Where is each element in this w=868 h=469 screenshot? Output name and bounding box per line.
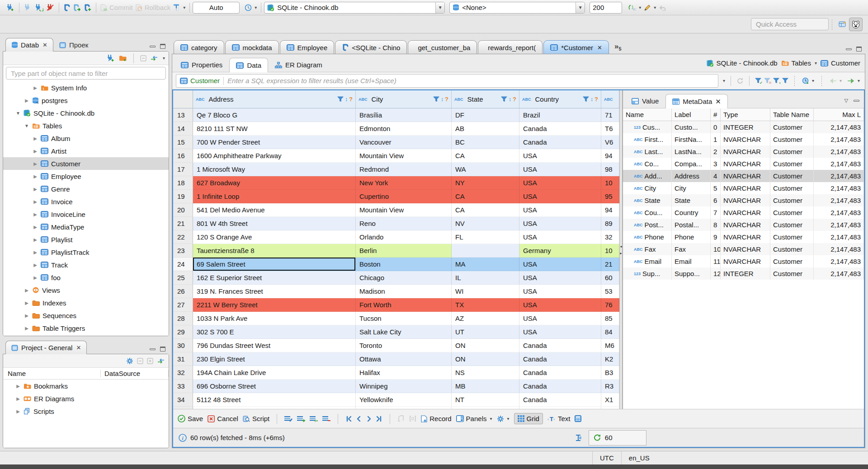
grid-cell[interactable]: NY <box>452 176 519 190</box>
grid-cell[interactable]: 796 Dundas Street West <box>193 339 356 352</box>
minimize-icon[interactable] <box>846 48 852 50</box>
last-page-button[interactable] <box>377 416 382 422</box>
grid-cell[interactable]: MA <box>452 258 519 271</box>
tree-item-foo[interactable]: ▶foo <box>3 271 169 284</box>
grid-cell[interactable]: AB <box>452 122 519 136</box>
sort-icon[interactable]: ↕ <box>509 96 511 103</box>
metadata-row-lastna-[interactable]: ABCLast...LastNa...2NVARCHARCustomer2,14… <box>623 145 864 158</box>
grid-cell[interactable]: Ottawa <box>356 352 452 366</box>
panels-button[interactable]: Panels ▾ <box>456 415 492 422</box>
open-sql-console-button[interactable] <box>71 3 82 12</box>
grid-cell[interactable]: 1600 Amphitheatre Parkway <box>193 149 356 163</box>
context-connection[interactable]: SQLite - Chinook.db <box>707 59 778 67</box>
save-filter-button[interactable]: ▪ <box>773 78 779 84</box>
grid-cell[interactable]: Reno <box>356 217 452 230</box>
grid-cell[interactable]: NV <box>452 217 519 230</box>
row-number[interactable]: 25 <box>173 271 193 285</box>
connection-dropdown-button[interactable]: ▼ <box>435 2 444 13</box>
expand-arrow-icon[interactable]: ▶ <box>33 174 38 179</box>
grid-cell[interactable]: USA <box>519 163 601 176</box>
grid-cell[interactable]: 98 <box>601 163 619 176</box>
grid-cell[interactable]: V6 <box>601 136 619 149</box>
grid-cell[interactable]: BC <box>452 136 519 149</box>
filter-funnel-icon[interactable] <box>337 96 344 102</box>
text-mode-button[interactable]: ‹T› Text <box>547 415 571 422</box>
grid-cell[interactable]: USA <box>519 176 601 190</box>
nav-back-button[interactable]: ▾ <box>828 77 843 84</box>
grid-cell[interactable]: Canada <box>519 136 601 149</box>
row-number[interactable]: 30 <box>173 339 193 352</box>
grid-cell[interactable] <box>452 244 519 258</box>
tree-item-sqlite-chinook-db[interactable]: ▼SQLite - Chinook.db <box>3 107 169 119</box>
row-number[interactable]: 16 <box>173 149 193 163</box>
tree-item-track[interactable]: ▶Track <box>3 258 169 271</box>
grid-cell[interactable]: WA <box>452 163 519 176</box>
grid-cell[interactable]: FL <box>452 230 519 244</box>
new-connection-icon[interactable]: x="0 0 18 15"> <box>106 55 115 62</box>
row-number[interactable]: 15 <box>173 136 193 149</box>
grid-cell[interactable]: Boston <box>356 258 452 271</box>
expand-arrow-icon[interactable]: ▶ <box>33 263 38 267</box>
custom-filter-button[interactable] <box>782 78 788 84</box>
grid-cell[interactable]: 95 <box>601 190 619 203</box>
grid-cell[interactable]: Redmond <box>356 163 452 176</box>
grid-cell[interactable]: 94 <box>601 203 619 217</box>
metadata-row-fax[interactable]: ABCFaxFax10NVARCHARCustomer2,147,483 <box>623 243 864 255</box>
commit-mode-combo[interactable]: Auto <box>193 2 240 14</box>
column-header-state[interactable]: ABCState↕? <box>452 90 519 108</box>
row-number[interactable]: 13 <box>173 108 193 122</box>
row-number[interactable]: 20 <box>173 203 193 217</box>
column-header-address[interactable]: ABCAddress↕? <box>193 90 356 108</box>
tree-item-indexes[interactable]: ▶Indexes <box>3 296 169 309</box>
maximize-icon[interactable] <box>160 347 165 352</box>
disconnect-button[interactable]: x="0 0 18 15"> <box>45 3 56 12</box>
editor-tab--sqlite-chino[interactable]: <SQLite - Chino <box>335 40 407 54</box>
grid-cell[interactable]: 2211 W Berry Street <box>193 298 356 312</box>
grid-cell[interactable]: USA <box>519 217 601 230</box>
row-number[interactable]: 22 <box>173 230 193 244</box>
expand-arrow-icon[interactable]: ▶ <box>24 288 29 293</box>
commit-button[interactable]: Commit <box>99 3 134 12</box>
open-perspective-button[interactable] <box>835 18 849 31</box>
grid-cell[interactable]: Canada <box>519 339 601 352</box>
add-row-button[interactable] <box>297 416 305 422</box>
tree-item-data-types[interactable]: ▶Data Types <box>3 334 169 336</box>
fetch-all-button[interactable] <box>409 415 416 422</box>
row-number[interactable]: 31 <box>173 352 193 366</box>
metadata-row-phone[interactable]: ABCPhonePhone9NVARCHARCustomer2,147,483 <box>623 231 864 243</box>
tab-project-general[interactable]: Project - General ✕ <box>5 341 87 354</box>
link-editor-icon[interactable] <box>150 56 158 61</box>
grid-cell[interactable]: USA <box>519 285 601 298</box>
script-button[interactable]: Script <box>243 415 269 422</box>
meta-column--[interactable]: # <box>711 108 721 121</box>
record-mode-button[interactable]: i Record <box>421 415 451 422</box>
metadata-row-email[interactable]: ABCEmailEmail11NVARCHARCustomer2,147,483 <box>623 255 864 267</box>
grid-cell[interactable]: 627 Broadway <box>193 176 356 190</box>
grid-cell[interactable]: K2 <box>601 352 619 366</box>
tree-item-album[interactable]: ▶Album <box>3 132 169 145</box>
metadata-row-firstna-[interactable]: ABCFirst...FirstNa...1NVARCHARCustomer2,… <box>623 133 864 145</box>
grid-cell[interactable]: Winnipeg <box>356 380 452 393</box>
grid-cell[interactable]: Canada <box>519 122 601 136</box>
grid-cell[interactable]: CA <box>452 203 519 217</box>
metadata-row-city[interactable]: ABCCityCity5NVARCHARCustomer2,147,483 <box>623 182 864 194</box>
grid-cell[interactable]: Fort Worth <box>356 298 452 312</box>
expand-arrow-icon[interactable]: ▶ <box>33 136 38 141</box>
grid-cell[interactable]: New York <box>356 176 452 190</box>
grid-cell[interactable]: Salt Lake City <box>356 325 452 339</box>
grid-cell[interactable]: 696 Osborne Street <box>193 380 356 393</box>
grid-cell[interactable]: NS <box>452 366 519 380</box>
column-header-city[interactable]: ABCCity↕? <box>356 90 452 108</box>
row-number[interactable]: 14 <box>173 122 193 136</box>
grid-cell[interactable]: USA <box>519 149 601 163</box>
grid-cell[interactable]: USA <box>519 298 601 312</box>
grid-cell[interactable]: T6 <box>601 122 619 136</box>
expand-arrow-icon[interactable]: ▶ <box>24 98 29 103</box>
grid-cell[interactable]: Tucson <box>356 312 452 325</box>
grid-cell[interactable]: USA <box>519 230 601 244</box>
minimize-icon[interactable] <box>854 100 859 102</box>
expand-arrow-icon[interactable]: ▶ <box>33 85 38 90</box>
view-menu-icon[interactable]: ▾ <box>163 56 165 61</box>
row-number[interactable]: 34 <box>173 393 193 407</box>
grid-cell[interactable]: USA <box>519 325 601 339</box>
